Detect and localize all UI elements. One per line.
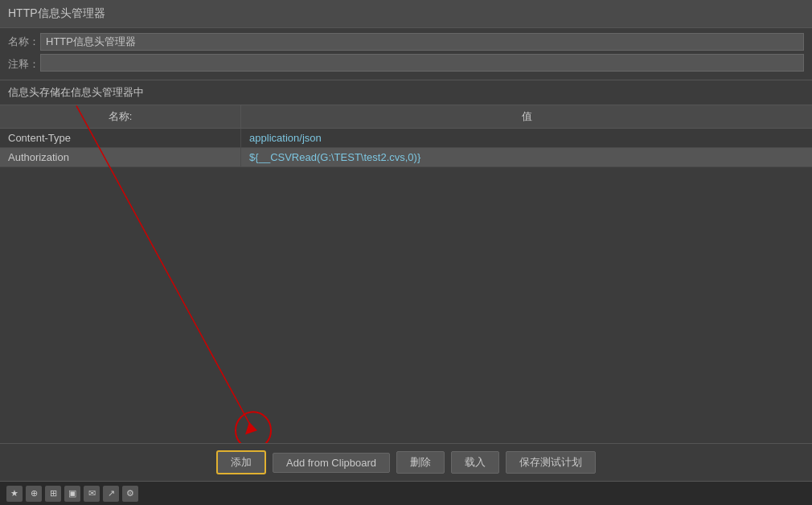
title-text: HTTP信息头管理器 bbox=[8, 6, 105, 19]
col-name-header: 名称: bbox=[0, 105, 241, 129]
table-cell-name: Authorization bbox=[0, 148, 241, 167]
table-row[interactable]: Content-Typeapplication/json bbox=[0, 129, 812, 148]
table-header-row: 名称: 值 bbox=[0, 105, 812, 129]
comment-label: 注释： bbox=[8, 54, 40, 72]
canvas-area: 信息头存储在信息头管理器中 名称: 值 Content-Typeapplicat… bbox=[0, 80, 812, 443]
table-section: 信息头存储在信息头管理器中 名称: 值 Content-Typeapplicat… bbox=[0, 80, 812, 443]
form-section: 名称： 注释： bbox=[0, 28, 812, 80]
footer-icon-monitor: ▣ bbox=[64, 486, 80, 502]
table-cell-value: application/json bbox=[241, 129, 812, 148]
table-cell-value: ${__CSVRead(G:\TEST\test2.cvs,0)} bbox=[241, 148, 812, 167]
table-header-info: 信息头存储在信息头管理器中 bbox=[0, 80, 812, 105]
name-row: 名称： bbox=[8, 33, 804, 51]
name-input[interactable] bbox=[40, 33, 804, 51]
table-cell-name: Content-Type bbox=[0, 129, 241, 148]
load-button[interactable]: 载入 bbox=[451, 451, 499, 474]
footer-bar: ★ ⊕ ⊞ ▣ ✉ ↗ ⚙ bbox=[0, 481, 812, 505]
headers-table: 名称: 值 Content-Typeapplication/jsonAuthor… bbox=[0, 105, 812, 167]
title-bar: HTTP信息头管理器 bbox=[0, 0, 812, 28]
comment-input[interactable] bbox=[40, 54, 804, 72]
footer-icon-arrow: ↗ bbox=[103, 486, 119, 502]
add-from-clipboard-button[interactable]: Add from Clipboard bbox=[273, 453, 390, 473]
delete-button[interactable]: 删除 bbox=[396, 451, 445, 474]
footer-icon-email: ✉ bbox=[84, 486, 100, 502]
table-body: Content-Typeapplication/jsonAuthorizatio… bbox=[0, 129, 812, 167]
footer-icon-config: ⚙ bbox=[122, 486, 138, 502]
footer-icon-network: ⊞ bbox=[45, 486, 61, 502]
add-button[interactable]: 添加 bbox=[216, 450, 266, 474]
bottom-bar: 添加 Add from Clipboard 删除 载入 保存测试计划 bbox=[0, 443, 812, 481]
footer-icon-star: ★ bbox=[6, 486, 23, 502]
table-row[interactable]: Authorization${__CSVRead(G:\TEST\test2.c… bbox=[0, 148, 812, 167]
col-value-header: 值 bbox=[241, 105, 812, 129]
comment-row: 注释： bbox=[8, 54, 804, 72]
name-label: 名称： bbox=[8, 35, 40, 49]
table-wrapper[interactable]: 名称: 值 Content-Typeapplication/jsonAuthor… bbox=[0, 105, 812, 443]
table-section-label: 信息头存储在信息头管理器中 bbox=[8, 86, 144, 98]
footer-icon-web: ⊕ bbox=[26, 486, 42, 502]
save-test-plan-button[interactable]: 保存测试计划 bbox=[506, 451, 596, 474]
main-container: HTTP信息头管理器 名称： 注释： 信息头存储在信息头管理器中 名称: bbox=[0, 0, 812, 505]
